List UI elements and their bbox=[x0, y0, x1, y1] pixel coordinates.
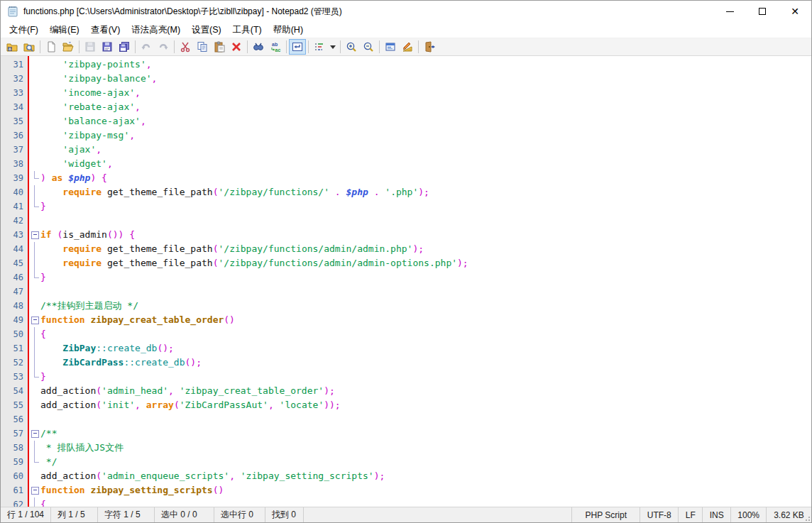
line-number[interactable]: 44 bbox=[1, 242, 28, 256]
line-number[interactable]: 50 bbox=[1, 327, 28, 341]
code-line[interactable]: 45 require get_theme_file_path('/zibpay/… bbox=[1, 256, 811, 270]
redo-icon[interactable] bbox=[155, 39, 172, 55]
scheme-dropdown-arrow-icon[interactable] bbox=[328, 39, 338, 55]
app-icon[interactable] bbox=[6, 5, 19, 18]
menu-scheme[interactable]: 语法高亮(M) bbox=[126, 22, 186, 38]
browse-favorites-icon[interactable] bbox=[21, 39, 38, 55]
code-line[interactable]: 62{ bbox=[1, 497, 811, 507]
minimize-button[interactable] bbox=[713, 1, 746, 22]
code-area[interactable]: 31 'zibpay-points',32 'zibpay-balance',3… bbox=[1, 56, 811, 507]
status-selection[interactable]: 选中 0 / 0 bbox=[155, 507, 214, 522]
line-number[interactable]: 61 bbox=[1, 483, 28, 497]
line-number[interactable]: 35 bbox=[1, 114, 28, 128]
resize-grip[interactable] bbox=[803, 514, 810, 521]
code-line[interactable]: 34 'rebate-ajax', bbox=[1, 100, 811, 114]
line-number[interactable]: 38 bbox=[1, 157, 28, 171]
line-number[interactable]: 43 bbox=[1, 228, 28, 242]
code-line[interactable]: 38 'widget', bbox=[1, 157, 811, 171]
open-file-icon[interactable] bbox=[60, 39, 77, 55]
code-line[interactable]: 43if (is_admin()) { bbox=[1, 228, 811, 242]
status-syntax-scheme[interactable]: PHP Script bbox=[571, 507, 640, 522]
line-number[interactable]: 45 bbox=[1, 256, 28, 270]
menu-settings[interactable]: 设置(S) bbox=[186, 22, 227, 38]
menu-view[interactable]: 查看(V) bbox=[85, 22, 126, 38]
find-icon[interactable] bbox=[250, 39, 267, 55]
customize-schemes-icon[interactable] bbox=[399, 39, 416, 55]
code-line[interactable]: 41} bbox=[1, 199, 811, 214]
status-zoom-level[interactable]: 100% bbox=[730, 507, 766, 522]
code-line[interactable]: 33 'income-ajax', bbox=[1, 86, 811, 100]
delete-icon[interactable] bbox=[228, 39, 245, 55]
code-line[interactable]: 36 'zibpay-msg', bbox=[1, 128, 811, 143]
line-number[interactable]: 60 bbox=[1, 469, 28, 483]
zoom-out-icon[interactable] bbox=[360, 39, 377, 55]
line-number[interactable]: 37 bbox=[1, 143, 28, 157]
maximize-button[interactable] bbox=[746, 1, 779, 22]
line-number[interactable]: 59 bbox=[1, 455, 28, 469]
line-number[interactable]: 49 bbox=[1, 313, 28, 327]
replace-icon[interactable]: abac bbox=[267, 39, 284, 55]
status-found-count[interactable]: 找到 0 bbox=[265, 507, 304, 522]
editor[interactable]: 31 'zibpay-points',32 'zibpay-balance',3… bbox=[1, 56, 811, 507]
line-number[interactable]: 42 bbox=[1, 214, 28, 228]
line-number[interactable]: 58 bbox=[1, 441, 28, 455]
line-number[interactable]: 36 bbox=[1, 128, 28, 143]
word-wrap-icon[interactable] bbox=[289, 39, 306, 55]
code-line[interactable]: 57/** bbox=[1, 426, 811, 441]
line-number[interactable]: 32 bbox=[1, 72, 28, 86]
code-line[interactable]: 44 require get_theme_file_path('/zibpay/… bbox=[1, 242, 811, 256]
settings-dialog-icon[interactable] bbox=[382, 39, 399, 55]
save-as-icon[interactable] bbox=[99, 39, 116, 55]
new-file-icon[interactable] bbox=[43, 39, 60, 55]
line-number[interactable]: 41 bbox=[1, 199, 28, 214]
code-line[interactable]: 31 'zibpay-points', bbox=[1, 57, 811, 72]
line-number[interactable]: 62 bbox=[1, 497, 28, 507]
code-line[interactable]: 55add_action('init', array('ZibCardPassA… bbox=[1, 398, 811, 412]
code-line[interactable]: 40 require get_theme_file_path('/zibpay/… bbox=[1, 185, 811, 199]
fold-collapse-icon[interactable] bbox=[29, 313, 40, 327]
code-line[interactable]: 46} bbox=[1, 270, 811, 285]
menu-help[interactable]: 帮助(H) bbox=[268, 22, 309, 38]
code-line[interactable]: 54add_action('admin_head', 'zibpay_creat… bbox=[1, 384, 811, 398]
code-line[interactable]: 39) as $php) { bbox=[1, 171, 811, 185]
line-number[interactable]: 40 bbox=[1, 185, 28, 199]
code-line[interactable]: 37 'ajax', bbox=[1, 143, 811, 157]
code-line[interactable]: 60add_action('admin_enqueue_scripts', 'z… bbox=[1, 469, 811, 483]
code-line[interactable]: 56 bbox=[1, 412, 811, 426]
code-line[interactable]: 59 */ bbox=[1, 455, 811, 469]
code-line[interactable]: 53} bbox=[1, 370, 811, 384]
line-number[interactable]: 54 bbox=[1, 384, 28, 398]
line-number[interactable]: 48 bbox=[1, 299, 28, 313]
status-insert-mode[interactable]: INS bbox=[702, 507, 730, 522]
line-number[interactable]: 52 bbox=[1, 356, 28, 370]
fold-collapse-icon[interactable] bbox=[29, 426, 40, 441]
cut-icon[interactable] bbox=[177, 39, 194, 55]
menu-edit[interactable]: 编辑(E) bbox=[44, 22, 85, 38]
undo-icon[interactable] bbox=[138, 39, 155, 55]
line-number[interactable]: 55 bbox=[1, 398, 28, 412]
code-line[interactable]: 49function zibpay_creat_table_order() bbox=[1, 313, 811, 327]
line-number[interactable]: 53 bbox=[1, 370, 28, 384]
status-line[interactable]: 行 1 / 104 bbox=[1, 507, 51, 522]
status-selected-lines[interactable]: 选中行 0 bbox=[214, 507, 265, 522]
code-line[interactable]: 32 'zibpay-balance', bbox=[1, 72, 811, 86]
exit-icon[interactable] bbox=[421, 39, 438, 55]
fold-collapse-icon[interactable] bbox=[29, 228, 40, 242]
code-line[interactable]: 51 ZibPay::create_db(); bbox=[1, 341, 811, 356]
menu-tools[interactable]: 工具(T) bbox=[227, 22, 268, 38]
status-eol-mode[interactable]: LF bbox=[678, 507, 702, 522]
code-line[interactable]: 42 bbox=[1, 214, 811, 228]
paste-icon[interactable] bbox=[211, 39, 228, 55]
line-number[interactable]: 39 bbox=[1, 171, 28, 185]
line-number[interactable]: 56 bbox=[1, 412, 28, 426]
save-icon[interactable] bbox=[82, 39, 99, 55]
code-line[interactable]: 52 ZibCardPass::create_db(); bbox=[1, 356, 811, 370]
code-line[interactable]: 61function zibpay_setting_scripts() bbox=[1, 483, 811, 497]
status-encoding[interactable]: UTF-8 bbox=[640, 507, 678, 522]
code-line[interactable]: 58 * 排队插入JS文件 bbox=[1, 441, 811, 455]
fold-collapse-icon[interactable] bbox=[29, 483, 40, 497]
scheme-select-icon[interactable] bbox=[311, 39, 328, 55]
line-number[interactable]: 57 bbox=[1, 426, 28, 441]
close-button[interactable]: ✕ bbox=[779, 1, 811, 22]
line-number[interactable]: 33 bbox=[1, 86, 28, 100]
